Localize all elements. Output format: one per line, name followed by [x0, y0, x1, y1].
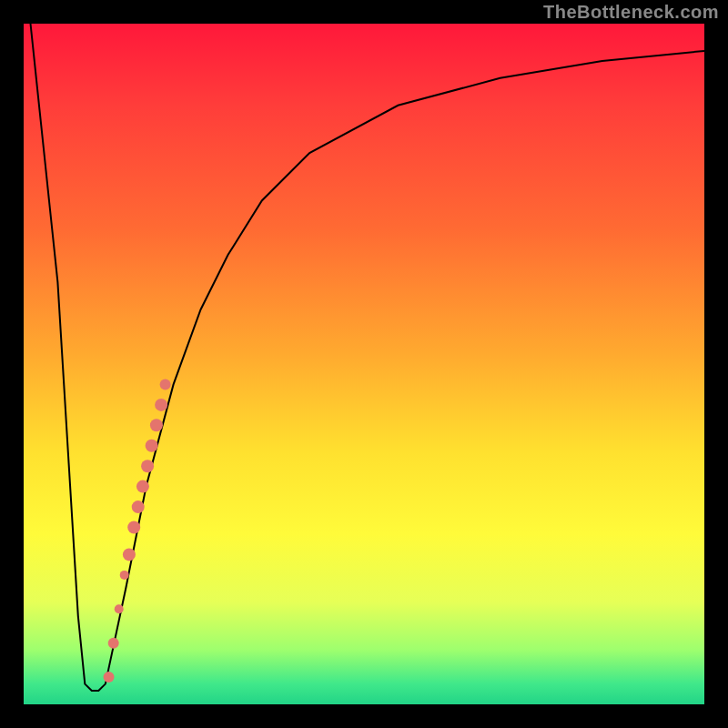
data-point: [141, 460, 154, 472]
attribution-label: TheBottleneck.com: [543, 2, 719, 23]
data-points: [104, 379, 171, 682]
data-point: [108, 638, 119, 649]
chart-svg: [24, 24, 704, 704]
data-point: [127, 521, 140, 534]
data-point: [155, 399, 167, 411]
data-point: [120, 571, 129, 580]
data-point: [136, 480, 149, 493]
data-point: [132, 500, 145, 513]
data-point: [115, 604, 124, 613]
data-point: [123, 548, 136, 561]
data-point: [150, 419, 163, 431]
plot-area: [24, 24, 704, 704]
bottleneck-curve: [31, 24, 705, 691]
data-point: [104, 672, 115, 682]
data-point: [160, 379, 171, 389]
data-point: [146, 440, 158, 452]
chart-frame: TheBottleneck.com: [0, 0, 728, 728]
